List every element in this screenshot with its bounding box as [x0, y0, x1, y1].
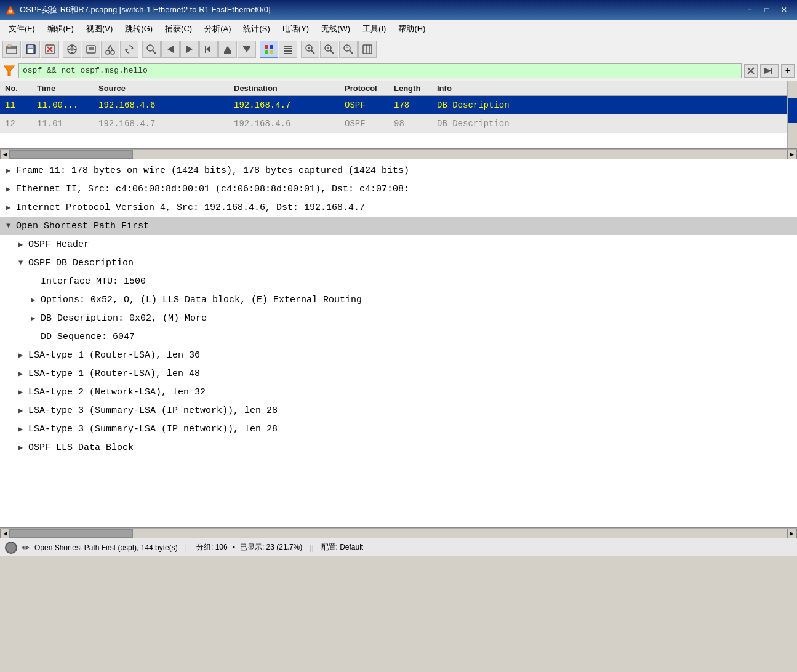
packet-time: 11.00...	[37, 100, 98, 110]
close-button[interactable]: ✕	[776, 4, 792, 16]
detail-ethernet-text: Ethernet II, Src: c4:06:08:8d:00:01 (c4:…	[16, 184, 409, 194]
detail-lsa2[interactable]: ▶ LSA-type 2 (Network-LSA), len 32	[0, 383, 797, 401]
expand-ipv4-icon: ▶	[6, 203, 16, 212]
status-edit-icon[interactable]: ✏	[22, 543, 30, 553]
detail-frame-text: Frame 11: 178 bytes on wire (1424 bits),…	[16, 166, 409, 176]
toolbar-close[interactable]	[41, 41, 59, 58]
detail-ospf-db-text: OSPF DB Description	[28, 258, 134, 268]
detail-lls[interactable]: ▶ OSPF LLS Data Block	[0, 438, 797, 457]
status-display: 已显示: 23 (21.7%)	[240, 542, 302, 553]
packet-details-hscrollbar[interactable]: ◀ ▶	[0, 528, 797, 538]
toolbar-zoom-normal[interactable]: =	[339, 41, 358, 58]
detail-hscroll-left-button[interactable]: ◀	[0, 529, 10, 538]
packet-time: 11.01	[37, 119, 98, 129]
svg-rect-16	[87, 46, 95, 53]
toolbar-options[interactable]	[63, 41, 81, 58]
packet-length: 178	[394, 100, 437, 110]
detail-lsa3b-text: LSA-type 3 (Summary-LSA (IP network)), l…	[28, 424, 278, 434]
expand-dbdesc-icon: ▶	[31, 314, 41, 323]
menu-tools[interactable]: 工具(I)	[356, 20, 392, 38]
toolbar-jump-down[interactable]	[238, 41, 256, 58]
menu-view[interactable]: 视图(V)	[80, 20, 119, 38]
col-header-dest: Destination	[234, 84, 345, 93]
status-record-button[interactable]	[5, 542, 17, 554]
toolbar-show-all[interactable]	[279, 41, 297, 58]
menu-help[interactable]: 帮助(H)	[392, 20, 431, 38]
svg-rect-36	[270, 45, 273, 49]
filter-apply-button[interactable]	[760, 64, 779, 78]
detail-lsa3b[interactable]: ▶ LSA-type 3 (Summary-LSA (IP network)),…	[0, 420, 797, 438]
packet-no: 12	[0, 119, 37, 129]
title-bar: W OSPF实验-R6和R7.pcapng [switch-1 Ethernet…	[0, 0, 797, 20]
filter-add-button[interactable]: +	[781, 64, 795, 78]
status-dot: •	[233, 543, 235, 552]
detail-ospf-db[interactable]: ▼ OSPF DB Description	[0, 254, 797, 272]
filter-clear-button[interactable]	[744, 64, 758, 78]
toolbar-back[interactable]	[161, 41, 180, 58]
menu-phone[interactable]: 电话(Y)	[276, 20, 315, 38]
hscroll-thumb[interactable]	[10, 150, 133, 159]
packet-row[interactable]: 12 11.01 192.168.4.7 192.168.4.6 OSPF 98…	[0, 114, 797, 133]
toolbar-zoom-out[interactable]	[320, 41, 338, 58]
detail-ipv4[interactable]: ▶ Internet Protocol Version 4, Src: 192.…	[0, 198, 797, 217]
toolbar-find[interactable]	[142, 41, 161, 58]
packet-length: 98	[394, 119, 437, 129]
packet-list-hscrollbar[interactable]: ◀ ▶	[0, 149, 797, 159]
toolbar-colorize[interactable]	[260, 41, 278, 58]
detail-ospf[interactable]: ▼ Open Shortest Path First	[0, 217, 797, 235]
menu-analyze[interactable]: 分析(A)	[198, 20, 237, 38]
menu-go[interactable]: 跳转(G)	[119, 20, 159, 38]
svg-rect-2	[7, 46, 17, 54]
menu-file[interactable]: 文件(F)	[2, 20, 41, 38]
detail-lsa1b-text: LSA-type 1 (Router-LSA), len 48	[28, 369, 200, 379]
minimize-button[interactable]: −	[742, 4, 758, 16]
detail-ospf-options[interactable]: ▶ Options: 0x52, O, (L) LLS Data block, …	[0, 290, 797, 309]
toolbar-properties[interactable]	[82, 41, 100, 58]
packet-scrollbar[interactable]	[787, 81, 797, 148]
detail-lsa1b[interactable]: ▶ LSA-type 1 (Router-LSA), len 48	[0, 364, 797, 383]
menu-edit[interactable]: 编辑(E)	[41, 20, 80, 38]
toolbar-jump-start[interactable]	[199, 41, 218, 58]
filter-input[interactable]: ospf && not ospf.msg.hello	[18, 63, 742, 78]
packet-list-header: No. Time Source Destination Protocol Len…	[0, 81, 797, 96]
maximize-button[interactable]: □	[759, 4, 775, 16]
menu-capture[interactable]: 捕获(C)	[159, 20, 198, 38]
packet-protocol: OSPF	[345, 100, 394, 110]
detail-ospf-mtu[interactable]: ▶ Interface MTU: 1500	[0, 272, 797, 290]
detail-hscroll-thumb[interactable]	[10, 529, 133, 538]
toolbar-resize-columns[interactable]	[358, 41, 377, 58]
detail-lsa3a-text: LSA-type 3 (Summary-LSA (IP network)), l…	[28, 406, 278, 416]
svg-marker-56	[4, 66, 15, 76]
svg-point-20	[111, 50, 114, 54]
menu-stats[interactable]: 统计(S)	[237, 20, 276, 38]
toolbar-zoom-in[interactable]	[301, 41, 319, 58]
detail-lsa3a[interactable]: ▶ LSA-type 3 (Summary-LSA (IP network)),…	[0, 401, 797, 420]
detail-frame[interactable]: ▶ Frame 11: 178 bytes on wire (1424 bits…	[0, 161, 797, 180]
col-header-info: Info	[437, 84, 787, 93]
expand-ospf-db-icon: ▼	[18, 258, 28, 267]
toolbar-reload[interactable]	[120, 41, 138, 58]
svg-line-44	[311, 50, 314, 54]
detail-ospf-seq[interactable]: ▶ DD Sequence: 6047	[0, 327, 797, 346]
detail-ethernet[interactable]: ▶ Ethernet II, Src: c4:06:08:8d:00:01 (c…	[0, 180, 797, 198]
menu-wireless[interactable]: 无线(W)	[315, 20, 356, 38]
status-bar: ✏ Open Shortest Path First (ospf), 144 b…	[0, 538, 797, 556]
toolbar-jump-up[interactable]	[218, 41, 237, 58]
toolbar-open[interactable]	[2, 41, 21, 58]
toolbar-save[interactable]	[22, 41, 40, 58]
detail-hscroll-right-button[interactable]: ▶	[787, 529, 797, 538]
detail-ospf-header[interactable]: ▶ OSPF Header	[0, 235, 797, 254]
menu-bar: 文件(F) 编辑(E) 视图(V) 跳转(G) 捕获(C) 分析(A) 统计(S…	[0, 20, 797, 38]
packet-scrollbar-thumb[interactable]	[788, 98, 797, 123]
packet-row[interactable]: 11 11.00... 192.168.4.6 192.168.4.7 OSPF…	[0, 96, 797, 114]
hscroll-right-button[interactable]: ▶	[787, 150, 797, 159]
svg-rect-34	[243, 46, 250, 47]
hscroll-left-button[interactable]: ◀	[0, 150, 10, 159]
detail-ospf-header-text: OSPF Header	[28, 239, 89, 250]
toolbar-cut[interactable]	[101, 41, 119, 58]
detail-ospf-dbdesc[interactable]: ▶ DB Description: 0x02, (M) More	[0, 309, 797, 327]
svg-marker-27	[167, 46, 174, 53]
detail-lsa1a[interactable]: ▶ LSA-type 1 (Router-LSA), len 36	[0, 346, 797, 364]
toolbar-forward[interactable]	[180, 41, 199, 58]
expand-options-icon: ▶	[31, 295, 41, 305]
